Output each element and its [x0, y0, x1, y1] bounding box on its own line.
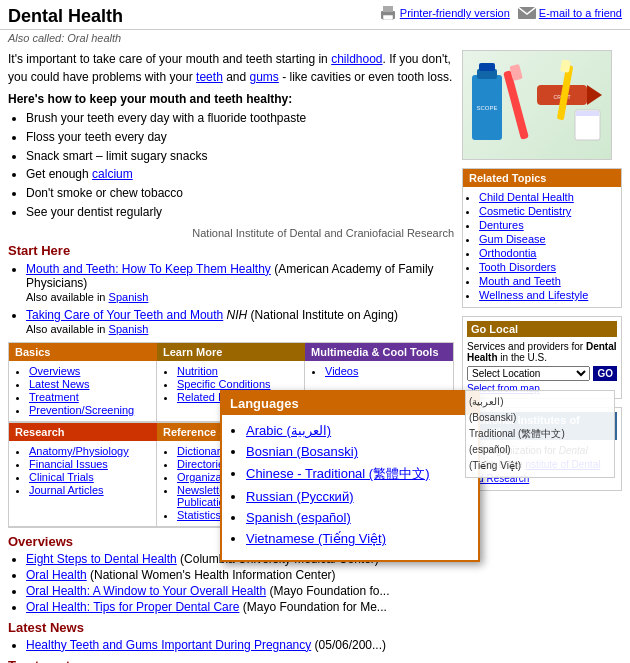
overview-item-2: Oral Health (National Women's Health Inf… [26, 568, 454, 582]
also-available-2: Also available in Spanish [26, 323, 148, 335]
cosmetic-dentistry-link[interactable]: Cosmetic Dentistry [479, 205, 571, 217]
lang-bosnian: Bosnian (Bosanski) [246, 444, 470, 459]
tooth-disorders-link[interactable]: Tooth Disorders [479, 261, 556, 273]
research-cell: Anatomy/Physiology Financial Issues Clin… [9, 441, 157, 527]
tips-heading: Here's how to keep your mouth and teeth … [8, 92, 454, 106]
tip-4: Get enough calcium [26, 166, 454, 183]
child-dental-link[interactable]: Child Dental Health [479, 191, 574, 203]
printer-icon [379, 6, 397, 20]
treatment-link[interactable]: Treatment [29, 391, 79, 403]
email-icon [518, 6, 536, 20]
childhood-link[interactable]: childhood [331, 52, 382, 66]
treatment-section-title: Treatment [8, 658, 454, 663]
left-content: It's important to take care of your mout… [8, 50, 462, 663]
gum-disease-link[interactable]: Gum Disease [479, 233, 546, 245]
svg-rect-2 [383, 15, 393, 20]
learn-more-header: Learn More [157, 343, 305, 361]
wellness-lifestyle-link[interactable]: Wellness and Lifestyle [479, 289, 588, 301]
overview-link-3[interactable]: Oral Health: A Window to Your Overall He… [26, 584, 266, 598]
related-topics-box: Related Topics Child Dental Health Cosme… [462, 168, 622, 308]
main-content: It's important to take care of your mout… [0, 46, 630, 663]
overview-item-4: Oral Health: Tips for Proper Dental Care… [26, 600, 454, 614]
svg-rect-1 [383, 6, 393, 12]
right-sidebar: SCOPE CREST Related Topics Child Dental [462, 50, 622, 663]
research-header: Research [9, 423, 157, 441]
mouth-and-teeth-link[interactable]: Mouth and Teeth [479, 275, 561, 287]
related-topics-list: Child Dental Health Cosmetic Dentistry D… [463, 187, 621, 307]
email-friend-link[interactable]: E-mail to a friend [518, 6, 622, 20]
basics-header: Basics [9, 343, 157, 361]
languages-popup: Languages Arabic (العربية) Bosnian (Bosa… [220, 390, 480, 562]
orthodontia-link[interactable]: Orthodontia [479, 247, 536, 259]
nutrition-link[interactable]: Nutrition [177, 365, 218, 377]
chinese-traditional-link[interactable]: Chinese - Traditional (繁體中文) [246, 466, 430, 481]
tip-5: Don't smoke or chew tobacco [26, 185, 454, 202]
dentures-link[interactable]: Dentures [479, 219, 524, 231]
start-here-link-1[interactable]: Mouth and Teeth: How To Keep Them Health… [26, 262, 271, 276]
specific-conditions-link[interactable]: Specific Conditions [177, 378, 271, 390]
start-here-item-1: Mouth and Teeth: How To Keep Them Health… [26, 262, 454, 304]
start-here-item-2: Taking Care of Your Teeth and Mouth NIH … [26, 308, 454, 336]
tips-list: Brush your teeth every day with a fluori… [8, 110, 454, 221]
lang-russian: Russian (Русский) [246, 489, 470, 504]
russian-link[interactable]: Russian (Русский) [246, 489, 353, 504]
spanish-link-1[interactable]: Spanish [109, 291, 149, 303]
bosnian-link[interactable]: Bosnian (Bosanski) [246, 444, 358, 459]
svg-rect-6 [479, 63, 495, 71]
tip-1: Brush your teeth every day with a fluori… [26, 110, 454, 127]
overview-link-1[interactable]: Eight Steps to Dental Health [26, 552, 177, 566]
printer-friendly-text: Printer-friendly version [400, 7, 510, 19]
spanish-popup-link[interactable]: Spanish (español) [246, 510, 351, 525]
source-credit: National Institute of Dental and Craniof… [8, 227, 454, 239]
nih-box: National Institutes of Health NIH organi… [462, 407, 622, 491]
tip-3: Snack smart – limit sugary snacks [26, 148, 454, 165]
latest-news-link[interactable]: Latest News [29, 378, 90, 390]
start-here-list: Mouth and Teeth: How To Keep Them Health… [8, 262, 454, 336]
overview-link-4[interactable]: Oral Health: Tips for Proper Dental Care [26, 600, 239, 614]
map-link[interactable]: Select from map [467, 383, 617, 394]
videos-link[interactable]: Videos [325, 365, 358, 377]
overviews-link[interactable]: Overviews [29, 365, 80, 377]
go-button[interactable]: GO [593, 366, 617, 381]
calcium-link[interactable]: calcium [92, 167, 133, 181]
financial-link[interactable]: Financial Issues [29, 458, 108, 470]
lang-chinese-traditional: Chinese - Traditional (繁體中文) [246, 465, 470, 483]
prevention-link[interactable]: Prevention/Screening [29, 404, 134, 416]
printer-friendly-link[interactable]: Printer-friendly version [379, 6, 510, 20]
spanish-link-2[interactable]: Spanish [109, 323, 149, 335]
journal-articles-link[interactable]: Journal Articles [29, 484, 104, 496]
lang-vietnamese: Vietnamese (Tiếng Việt) [246, 531, 470, 546]
svg-rect-8 [503, 70, 529, 140]
teeth-link[interactable]: teeth [196, 70, 223, 84]
gums-link[interactable]: gums [250, 70, 279, 84]
lang-arabic: Arabic (العربية) [246, 423, 470, 438]
anatomy-link[interactable]: Anatomy/Physiology [29, 445, 129, 457]
dental-image: SCOPE CREST [462, 50, 612, 160]
languages-header: Languages [222, 392, 478, 415]
vietnamese-link[interactable]: Vietnamese (Tiếng Việt) [246, 531, 386, 546]
start-here-title: Start Here [8, 243, 454, 258]
news-link-1[interactable]: Healthy Teeth and Gums Important During … [26, 638, 311, 652]
related-topics-header: Related Topics [463, 169, 621, 187]
overview-link-2[interactable]: Oral Health [26, 568, 87, 582]
languages-list: Arabic (العربية) Bosnian (Bosanski) Chin… [222, 415, 478, 560]
overview-item-3: Oral Health: A Window to Your Overall He… [26, 584, 454, 598]
header-actions: Printer-friendly version E-mail to a fri… [379, 6, 622, 20]
arabic-link[interactable]: Arabic (العربية) [246, 423, 331, 438]
start-here-link-2[interactable]: Taking Care of Your Teeth and Mouth [26, 308, 223, 322]
go-local-text: Services and providers for Dental Health… [467, 341, 617, 363]
tip-2: Floss your teeth every day [26, 129, 454, 146]
nih-text: NIH organization for Dental Health is th… [467, 444, 617, 486]
location-select[interactable]: Select Location [467, 366, 590, 381]
page-title: Dental Health [8, 6, 123, 27]
go-local-box: Go Local Services and providers for Dent… [462, 316, 622, 399]
go-local-header: Go Local [467, 321, 617, 337]
nih-header: National Institutes of Health [467, 412, 617, 440]
email-friend-text: E-mail to a friend [539, 7, 622, 19]
svg-rect-16 [576, 111, 599, 116]
latest-news-section-title: Latest News [8, 620, 454, 635]
basics-cell: Overviews Latest News Treatment Preventi… [9, 361, 157, 422]
statistics-link[interactable]: Statistics [177, 509, 221, 521]
multimedia-header: Multimedia & Cool Tools [305, 343, 453, 361]
clinical-trials-link[interactable]: Clinical Trials [29, 471, 94, 483]
